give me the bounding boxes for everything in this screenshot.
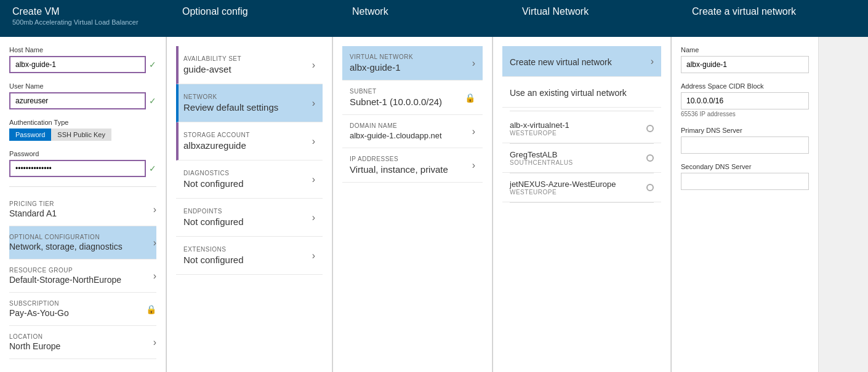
virtual-network-item[interactable]: VIRTUAL NETWORK albx-guide-1 › bbox=[342, 46, 483, 81]
top-bar-virtual-network: Virtual Network bbox=[516, 6, 686, 17]
storage-account-item[interactable]: STORAGE ACCOUNT albxazureguide › bbox=[176, 122, 323, 160]
vnet-primary-dns-label: Primary DNS Server bbox=[681, 127, 809, 134]
vnet-name-input[interactable] bbox=[681, 56, 809, 73]
optional-config-label: OPTIONAL CONFIGURATION bbox=[9, 234, 153, 240]
auth-type-label: Authentication Type bbox=[9, 119, 156, 126]
panel-title-network: Network bbox=[352, 6, 510, 17]
panel-title-create-vm: Create VM bbox=[12, 6, 170, 17]
password-group: Password ✓ bbox=[9, 150, 156, 177]
ip-addresses-item[interactable]: IP ADDRESSES Virtual, instance, private … bbox=[342, 148, 483, 183]
panel-title-optional-config: Optional config bbox=[182, 6, 340, 17]
auth-type-group: Authentication Type Password SSH Public … bbox=[9, 119, 156, 141]
vnet-address-space-label: Address Space CIDR Block bbox=[681, 82, 809, 90]
pricing-tier-value: Standard A1 bbox=[9, 208, 153, 218]
extensions-chevron-icon: › bbox=[312, 250, 315, 261]
panel-title-create-vnet: Create a virtual network bbox=[692, 6, 850, 17]
pricing-tier-nav[interactable]: PRICING TIER Standard A1 › bbox=[9, 193, 156, 226]
endpoints-item[interactable]: ENDPOINTS Not configured › bbox=[176, 199, 323, 237]
vnet-list-item-2-content: jetNEXUS-Azure-WestEurope WESTEUROPE bbox=[510, 180, 616, 196]
vnet-list-item-0-content: alb-x-virtualnet-1 WESTEUROPE bbox=[510, 121, 569, 137]
subnet-lock-icon: 🔒 bbox=[465, 93, 475, 103]
vnet-list-item-1[interactable]: GregTestALB SOUTHCENTRALUS bbox=[502, 144, 661, 173]
hostname-input[interactable] bbox=[9, 56, 146, 73]
optional-config-nav[interactable]: OPTIONAL CONFIGURATION Network, storage,… bbox=[9, 226, 156, 259]
virtual-network-item-label: VIRTUAL NETWORK bbox=[350, 53, 472, 60]
availability-set-item[interactable]: AVAILABILITY SET guide-avset › bbox=[176, 46, 323, 84]
vnet-secondary-dns-input[interactable] bbox=[681, 173, 809, 190]
auth-buttons: Password SSH Public Key bbox=[9, 129, 156, 141]
password-auth-button[interactable]: Password bbox=[9, 129, 51, 141]
vnet-list-item-2-radio bbox=[646, 184, 654, 191]
diagnostics-chevron-icon: › bbox=[312, 174, 315, 185]
use-existing-vnet-content: Use an existing virtual network bbox=[510, 86, 654, 98]
top-bar-network: Network bbox=[346, 6, 516, 17]
network-config-content: NETWORK Review default settings bbox=[183, 93, 312, 113]
vnet-list-item-2-region: WESTEUROPE bbox=[510, 189, 616, 196]
hostname-label: Host Name bbox=[9, 46, 156, 53]
resource-group-label: RESOURCE GROUP bbox=[9, 267, 153, 274]
subscription-nav[interactable]: SUBSCRIPTION Pay-As-You-Go 🔒 bbox=[9, 293, 156, 326]
optional-config-value: Network, storage, diagnostics bbox=[9, 242, 153, 251]
network-config-value: Review default settings bbox=[183, 102, 312, 113]
ip-addresses-value: Virtual, instance, private bbox=[350, 164, 472, 175]
diagnostics-item[interactable]: DIAGNOSTICS Not configured › bbox=[176, 160, 323, 199]
vnet-list-item-0[interactable]: alb-x-virtualnet-1 WESTEUROPE bbox=[502, 114, 661, 143]
subscription-lock-icon: 🔒 bbox=[146, 304, 156, 314]
panel-virtual-network: Create new virtual network › Use an exis… bbox=[492, 37, 671, 372]
password-input[interactable] bbox=[9, 160, 146, 177]
diagnostics-label: DIAGNOSTICS bbox=[183, 170, 312, 176]
password-label: Password bbox=[9, 150, 156, 157]
optional-config-chevron-icon: › bbox=[153, 237, 156, 248]
vnet-name-label: Name bbox=[681, 46, 809, 53]
create-new-vnet-item[interactable]: Create new virtual network › bbox=[502, 46, 661, 77]
panel-title-virtual-network: Virtual Network bbox=[522, 6, 680, 17]
network-config-item[interactable]: NETWORK Review default settings › bbox=[176, 84, 323, 122]
username-input-wrapper: ✓ bbox=[9, 92, 156, 109]
subnet-item[interactable]: SUBNET Subnet-1 (10.0.0.0/24) 🔒 bbox=[342, 81, 483, 115]
location-value: North Europe bbox=[9, 341, 153, 351]
top-bar-create-vm: Create VM 500mb Accelerating Virtual Loa… bbox=[12, 6, 176, 26]
vnet-list-item-1-name: GregTestALB bbox=[510, 150, 573, 159]
resource-group-nav[interactable]: RESOURCE GROUP Default-Storage-NorthEuro… bbox=[9, 259, 156, 293]
existing-networks-list: alb-x-virtualnet-1 WESTEUROPE GregTestAL… bbox=[502, 114, 661, 203]
location-label: LOCATION bbox=[9, 333, 153, 340]
vnet-list-item-2[interactable]: jetNEXUS-Azure-WestEurope WESTEUROPE bbox=[502, 173, 661, 202]
use-existing-vnet-item[interactable]: Use an existing virtual network bbox=[502, 77, 661, 108]
optional-config-content: OPTIONAL CONFIGURATION Network, storage,… bbox=[9, 234, 153, 251]
pricing-tier-chevron-icon: › bbox=[153, 204, 156, 215]
storage-account-content: STORAGE ACCOUNT albxazureguide bbox=[183, 132, 312, 151]
vnet-address-space-group: Address Space CIDR Block 65536 IP addres… bbox=[681, 82, 809, 117]
network-config-label: NETWORK bbox=[183, 93, 312, 100]
top-bar-optional-config: Optional config bbox=[176, 6, 346, 17]
vnet-list-item-1-content: GregTestALB SOUTHCENTRALUS bbox=[510, 150, 573, 166]
panel-subtitle-create-vm: 500mb Accelerating Virtual Load Balancer bbox=[12, 18, 170, 26]
subnet-value: Subnet-1 (10.0.0.0/24) bbox=[350, 97, 465, 107]
username-group: User Name ✓ bbox=[9, 82, 156, 109]
hostname-input-wrapper: ✓ bbox=[9, 56, 156, 73]
diagnostics-value: Not configured bbox=[183, 178, 312, 189]
storage-account-label: STORAGE ACCOUNT bbox=[183, 132, 312, 138]
resource-group-chevron-icon: › bbox=[153, 271, 156, 282]
location-nav[interactable]: LOCATION North Europe › bbox=[9, 326, 156, 359]
top-bar-create-vnet: Create a virtual network bbox=[686, 6, 856, 17]
network-config-chevron-icon: › bbox=[312, 98, 315, 109]
ssh-auth-button[interactable]: SSH Public Key bbox=[51, 129, 111, 141]
pricing-tier-content: PRICING TIER Standard A1 bbox=[9, 200, 153, 218]
virtual-network-item-value: albx-guide-1 bbox=[350, 62, 472, 73]
endpoints-value: Not configured bbox=[183, 216, 312, 227]
extensions-item[interactable]: EXTENSIONS Not configured › bbox=[176, 237, 323, 275]
vnet-address-space-input[interactable] bbox=[681, 92, 809, 109]
storage-account-value: albxazureguide bbox=[183, 140, 312, 151]
ip-addresses-content: IP ADDRESSES Virtual, instance, private bbox=[350, 156, 472, 175]
extensions-label: EXTENSIONS bbox=[183, 246, 312, 253]
ip-addresses-chevron-icon: › bbox=[472, 160, 475, 171]
resource-group-value: Default-Storage-NorthEurope bbox=[9, 275, 153, 285]
availability-set-content: AVAILABILITY SET guide-avset bbox=[183, 55, 312, 74]
domain-name-item[interactable]: DOMAIN NAME albx-guide-1.cloudapp.net › bbox=[342, 115, 483, 148]
use-existing-vnet-value: Use an existing virtual network bbox=[510, 88, 654, 98]
hostname-check-icon: ✓ bbox=[149, 60, 156, 69]
vnet-primary-dns-input[interactable] bbox=[681, 137, 809, 154]
username-input[interactable] bbox=[9, 92, 146, 109]
subscription-content: SUBSCRIPTION Pay-As-You-Go bbox=[9, 300, 146, 318]
panel-create-vm: Host Name ✓ User Name ✓ Authentication T… bbox=[0, 37, 166, 372]
